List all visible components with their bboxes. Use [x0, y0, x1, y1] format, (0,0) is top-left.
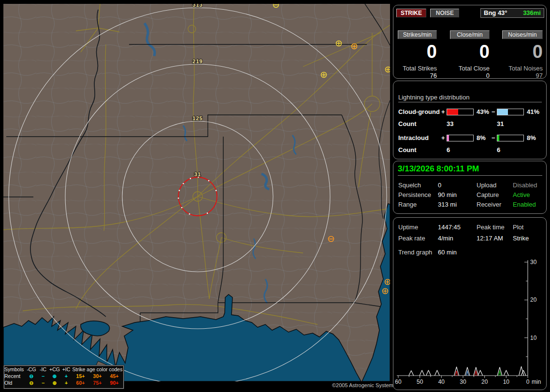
close-per-min-value: 0 [450, 42, 490, 61]
capture-label: Capture [477, 191, 499, 198]
trend-y-tick-label: 30 [530, 259, 537, 266]
range-label: Range [398, 201, 417, 208]
cloud-ground-count-row: Count 33 31 [393, 120, 547, 128]
age-code: 15+ [72, 373, 89, 379]
receiver-label: Receiver [477, 201, 501, 208]
squelch-label: Squelch [398, 182, 421, 189]
counter-column-strikes: Strikes/min 0 Total Strikes 76 [398, 30, 437, 79]
intracloud-count-row: Count 6 6 [393, 146, 547, 154]
cg-plus-sign: + [441, 108, 445, 115]
trend-x-tick-label: 0 [526, 378, 530, 385]
ic-minus-bar [497, 135, 524, 141]
legend-age-header: Strike age color codes [72, 366, 123, 373]
strikes-per-min-button[interactable]: Strikes/min [398, 30, 437, 39]
distribution-panel: Lightning type distribution Cloud-ground… [393, 81, 547, 159]
strike-marker [385, 280, 391, 285]
squelch-value: 0 [438, 182, 441, 189]
trend-peak [426, 370, 431, 376]
trend-panel: Uptime 1447:45 Peak time Plot Peak rate … [393, 217, 547, 390]
counters-panel: STRIKE NOISE Bng 43° 336mi Strikes/min 0… [393, 5, 547, 79]
count-label2: Count [398, 146, 417, 154]
noises-per-min-button[interactable]: Noises/min [502, 30, 543, 39]
ic-plus-count: 6 [447, 146, 450, 154]
status-panel: 3/13/2026 8:00:11 PM Squelch 0 Upload Di… [393, 161, 547, 214]
intracloud-row: Intracloud + 8% − 8% [393, 134, 547, 142]
total-close-value: 0 [450, 72, 490, 79]
noises-per-min-value: 0 [502, 42, 543, 61]
pos-cg-symbol: ⊕ [49, 379, 60, 386]
status-row: Range 313 mi Receiver Enabled [393, 201, 547, 210]
total-strikes-value: 76 [398, 72, 437, 79]
legend-col-header: -CG [26, 366, 37, 373]
status-row: Squelch 0 Upload Disabled [393, 182, 547, 191]
trend-peak [409, 371, 414, 376]
neg-ic-symbol: − [37, 379, 49, 386]
upload-status: Disabled [513, 182, 537, 189]
trend-peak [434, 370, 439, 376]
neg-cg-symbol: ⊖ [26, 379, 37, 386]
trend-x-axis-unit: min [532, 378, 541, 385]
capture-status: Active [513, 191, 530, 198]
cg-plus-count: 33 [447, 120, 453, 127]
trend-y-tick-label: 10 [530, 335, 537, 341]
ring-label: 31 [194, 171, 201, 177]
noise-toggle-button[interactable]: NOISE [430, 9, 459, 17]
trend-x-tick-label: 20 [481, 378, 488, 385]
counter-column-close: Close/min 0 Total Close 0 [450, 30, 490, 79]
upload-label: Upload [477, 182, 496, 189]
age-code: 75+ [89, 379, 106, 386]
trend-peak [478, 370, 483, 376]
distribution-title: Lightning type distribution [398, 94, 542, 102]
cg-minus-bar [497, 109, 524, 115]
range-value: 313 mi [438, 201, 457, 208]
ring-label: 219 [192, 58, 203, 64]
cg-minus-pct: 41% [527, 108, 539, 115]
ring-label: 125 [192, 115, 203, 121]
cg-minus-sign: − [492, 108, 495, 115]
pos-ic-symbol: + [60, 373, 72, 379]
trend-x-tick-label: 30 [460, 378, 466, 385]
strikes-per-min-value: 0 [398, 42, 437, 61]
age-code: 45+ [106, 373, 123, 379]
trend-peak [504, 370, 508, 376]
legend-box: Symbols-CG-IC+CG+ICStrike age color code… [4, 365, 124, 389]
persistence-value: 90 min [438, 191, 457, 198]
lightning-map[interactable]: 31321912531 [3, 4, 390, 381]
strike-marker [321, 72, 327, 78]
status-row: Persistence 90 min Capture Active [393, 191, 547, 201]
ic-minus-sign: − [492, 134, 495, 141]
neg-cg-symbol: ⊖ [26, 373, 37, 379]
cloud-ground-row: Cloud-ground + 43% − 41% [393, 108, 547, 116]
cloud-ground-label: Cloud-ground [398, 108, 440, 115]
strike-marker [352, 44, 357, 49]
cg-minus-count: 31 [497, 120, 504, 127]
strike-toggle-button[interactable]: STRIKE [396, 9, 426, 17]
copyright-text: ©2005 Astrogenic Systems [332, 382, 396, 388]
trend-graph-chart: 6050403020100min102030 [393, 218, 547, 391]
strike-marker [383, 289, 388, 294]
cg-plus-pct: 43% [477, 108, 489, 115]
persistence-label: Persistence [398, 191, 431, 198]
ring-label: 313 [192, 4, 203, 8]
intracloud-label: Intracloud [398, 134, 429, 141]
trend-x-tick-label: 40 [438, 378, 445, 385]
ic-plus-sign: + [441, 134, 445, 141]
trend-peak [420, 370, 424, 376]
age-code: 30+ [89, 373, 106, 379]
ic-minus-count: 6 [497, 146, 500, 154]
bearing-label: Bng 43° [481, 9, 507, 16]
neg-ic-symbol: − [37, 373, 49, 379]
lightning-monitor-window: 31321912531 Symbols-CG-IC+CG+ICStrike ag… [0, 0, 550, 392]
trend-x-tick-label: 60 [395, 378, 402, 385]
legend-col-header: +CG [49, 366, 60, 373]
legend-col-header: -IC [37, 366, 49, 373]
close-per-min-button[interactable]: Close/min [450, 30, 490, 39]
age-code: 90+ [106, 379, 123, 386]
pos-cg-symbol: ⊕ [49, 373, 60, 379]
cg-plus-bar [447, 109, 474, 115]
legend-row-label: Recent [4, 373, 26, 379]
total-noises-value: 97 [502, 72, 543, 79]
age-code: 60+ [72, 379, 89, 386]
bearing-range: 336mi [523, 9, 544, 17]
datetime-display: 3/13/2026 8:00:11 PM [398, 164, 479, 173]
